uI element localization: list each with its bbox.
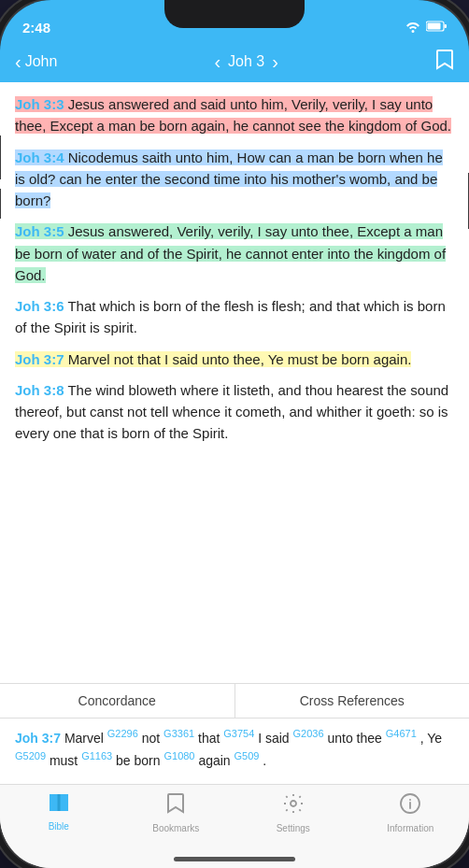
strongs-G5209[interactable]: G5209 [15,750,46,761]
nav-item-bible[interactable]: Bible [0,792,118,832]
verse-3-7: Joh 3:7 Marvel not that I said unto thee… [15,349,454,370]
nav-bar: ‹ John ‹ Joh 3 › [0,41,469,82]
bookmark-button[interactable] [435,49,454,76]
back-button[interactable]: ‹ John [15,51,57,73]
bottom-section: Concordance Cross References Joh 3:7 Mar… [0,683,469,868]
status-time: 2:48 [22,20,50,36]
notch [164,0,305,28]
verse-ref-3-3[interactable]: Joh 3:3 [15,96,64,112]
verse-3-3: Joh 3:3 Jesus answered and said unto him… [15,93,454,137]
home-indicator [0,849,469,868]
nav-item-settings[interactable]: Settings [234,792,352,833]
concordance-verse-ref[interactable]: Joh 3:7 [15,731,61,746]
cross-references-tab[interactable]: Cross References [235,684,470,718]
back-label: John [25,53,58,70]
nav-label-information: Information [387,823,433,833]
bible-icon [48,792,70,818]
strongs-G3754[interactable]: G3754 [223,728,254,739]
verse-ref-3-7[interactable]: Joh 3:7 [15,351,64,367]
home-bar [174,857,295,861]
strongs-G3361[interactable]: G3361 [163,728,194,739]
phone-frame: 2:48 ‹ John ‹ Joh 3 › [0,0,469,868]
concordance-content: Joh 3:7 Marvel G2296 not G3361 that G375… [0,719,469,784]
concordance-tab[interactable]: Concordance [0,684,235,718]
battery-icon [426,21,447,35]
verse-ref-3-6[interactable]: Joh 3:6 [15,298,64,314]
verse-3-5: Joh 3:5 Jesus answered, Verily, verily, … [15,221,454,286]
strongs-G2036[interactable]: G2036 [293,728,324,739]
verse-3-4: Joh 3:4 Nicodemus saith unto him, How ca… [15,147,454,212]
nav-item-bookmarks[interactable]: Bookmarks [118,792,235,833]
verse-ref-3-5[interactable]: Joh 3:5 [15,223,64,239]
nav-label-bookmarks: Bookmarks [152,823,199,833]
chapter-title: Joh 3 [228,53,264,70]
svg-rect-4 [60,794,68,811]
verse-content: Joh 3:3 Jesus answered and said unto him… [0,82,469,683]
strongs-G509[interactable]: G509 [234,750,260,761]
svg-rect-2 [428,23,441,30]
nav-label-settings: Settings [277,823,310,833]
information-icon [399,792,421,820]
nav-label-bible: Bible [49,821,69,832]
bottom-nav: Bible Bookmarks Settings [0,784,469,849]
strongs-G2296[interactable]: G2296 [107,728,138,739]
back-chevron: ‹ [15,51,21,73]
svg-point-6 [291,801,296,806]
bookmarks-icon [166,792,185,820]
strongs-G4671[interactable]: G4671 [386,728,417,739]
svg-rect-5 [57,794,60,811]
concordance-tabs: Concordance Cross References [0,683,469,719]
nav-item-information[interactable]: Information [352,792,470,833]
prev-chapter-button[interactable]: ‹ [214,51,220,73]
svg-rect-3 [50,794,58,811]
verse-ref-3-8[interactable]: Joh 3:8 [15,382,64,398]
wifi-icon [405,20,421,36]
settings-icon [282,792,305,820]
chapter-nav: ‹ Joh 3 › [214,51,277,73]
strongs-G1163[interactable]: G1163 [81,750,112,761]
verse-ref-3-4[interactable]: Joh 3:4 [15,149,64,165]
verse-3-6: Joh 3:6 That which is born of the flesh … [15,295,454,339]
verse-3-8: Joh 3:8 The wind bloweth where it listet… [15,379,454,445]
status-icons [405,20,447,36]
svg-rect-1 [445,24,448,28]
strongs-G1080[interactable]: G1080 [163,750,194,761]
next-chapter-button[interactable]: › [272,51,278,73]
